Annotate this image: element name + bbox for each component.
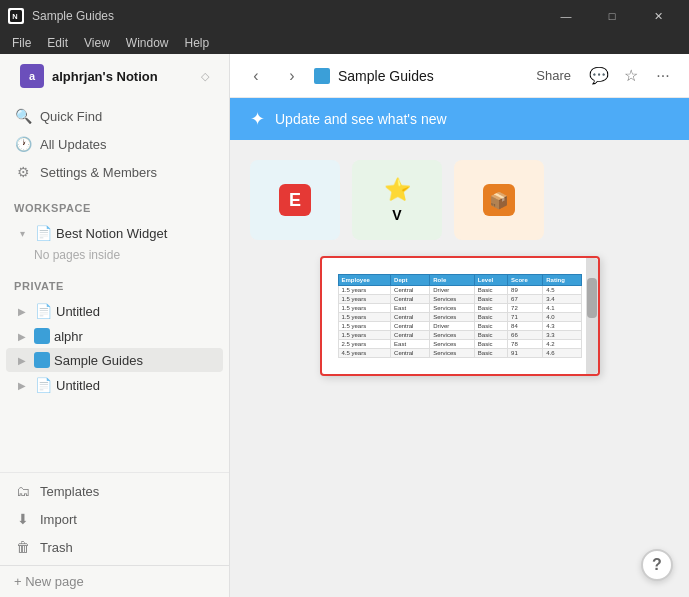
- menu-help[interactable]: Help: [177, 34, 218, 52]
- untitled-2-label: Untitled: [56, 378, 215, 393]
- table-cell: Basic: [474, 313, 507, 322]
- table-cell: Basic: [474, 286, 507, 295]
- new-page-label: + New page: [14, 574, 84, 589]
- content-header: ‹ › Sample Guides Share 💬 ☆ ···: [230, 54, 689, 98]
- help-button[interactable]: ?: [641, 549, 673, 581]
- favorite-button[interactable]: ☆: [617, 62, 645, 90]
- col-score: Score: [508, 275, 543, 286]
- comment-button[interactable]: 💬: [585, 62, 613, 90]
- sidebar-item-templates[interactable]: 🗂 Templates: [6, 477, 223, 505]
- table-cell: Central: [391, 349, 430, 358]
- window-controls: — □ ✕: [543, 0, 681, 32]
- toggle-icon: ▶: [14, 352, 30, 368]
- search-icon: 🔍: [14, 107, 32, 125]
- page-title-area: Sample Guides: [314, 68, 518, 84]
- sidebar-item-quick-find[interactable]: 🔍 Quick Find: [6, 102, 223, 130]
- doc-inner: Employee Dept Role Level Score Rating 1.…: [338, 274, 582, 358]
- table-cell: 78: [508, 340, 543, 349]
- table-cell: Central: [391, 286, 430, 295]
- table-cell: Services: [430, 304, 475, 313]
- new-page-button[interactable]: + New page: [0, 565, 229, 597]
- table-cell: 1.5 years: [338, 295, 391, 304]
- page-icon: [34, 352, 50, 368]
- tile-v[interactable]: ⭐ V: [352, 160, 442, 240]
- sidebar-item-best-notion-widget[interactable]: ▾ 📄 Best Notion Widget: [6, 220, 223, 246]
- content-body: E ⭐ V 📦 Employ: [230, 140, 689, 597]
- table-row: 1.5 yearsCentralServicesBasic663.3: [338, 331, 581, 340]
- scrollbar[interactable]: [586, 258, 598, 374]
- table-cell: 4.3: [543, 322, 581, 331]
- tile-v-label: V: [392, 207, 401, 223]
- table-cell: 2.5 years: [338, 340, 391, 349]
- user-avatar: a: [20, 64, 44, 88]
- table-cell: Central: [391, 313, 430, 322]
- import-label: Import: [40, 512, 77, 527]
- table-cell: 3.3: [543, 331, 581, 340]
- templates-label: Templates: [40, 484, 99, 499]
- table-row: 1.5 yearsCentralDriverBasic894.5: [338, 286, 581, 295]
- workspace-label: WORKSPACE: [0, 190, 229, 218]
- table-cell: 4.2: [543, 340, 581, 349]
- update-banner[interactable]: ✦ Update and see what's new: [230, 98, 689, 140]
- minimize-button[interactable]: —: [543, 0, 589, 32]
- table-cell: 89: [508, 286, 543, 295]
- table-row: 1.5 yearsEastServicesBasic724.1: [338, 304, 581, 313]
- table-cell: 1.5 years: [338, 304, 391, 313]
- table-cell: Services: [430, 295, 475, 304]
- page-icon: [34, 328, 50, 344]
- close-button[interactable]: ✕: [635, 0, 681, 32]
- tile-v-icon: ⭐: [384, 177, 411, 203]
- sidebar-item-alphr[interactable]: ▶ alphr: [6, 324, 223, 348]
- sidebar-item-sample-guides[interactable]: ▶ Sample Guides: [6, 348, 223, 372]
- sidebar-item-all-updates[interactable]: 🕐 All Updates: [6, 130, 223, 158]
- tile-e[interactable]: E: [250, 160, 340, 240]
- sidebar-nav: 🔍 Quick Find 🕐 All Updates ⚙ Settings & …: [0, 98, 229, 190]
- more-button[interactable]: ···: [649, 62, 677, 90]
- untitled-1-label: Untitled: [56, 304, 215, 319]
- import-icon: ⬇: [14, 510, 32, 528]
- col-employee: Employee: [338, 275, 391, 286]
- table-cell: Driver: [430, 322, 475, 331]
- table-cell: 72: [508, 304, 543, 313]
- table-cell: Central: [391, 322, 430, 331]
- tile-c[interactable]: 📦: [454, 160, 544, 240]
- quick-find-label: Quick Find: [40, 109, 102, 124]
- menu-file[interactable]: File: [4, 34, 39, 52]
- table-cell: 71: [508, 313, 543, 322]
- sparkle-icon: ✦: [250, 108, 265, 130]
- sidebar-user[interactable]: a alphrjan's Notion ◇: [6, 58, 223, 94]
- main-layout: a alphrjan's Notion ◇ 🔍 Quick Find 🕐 All…: [0, 54, 689, 597]
- sidebar-item-untitled-2[interactable]: ▶ 📄 Untitled: [6, 372, 223, 398]
- sidebar-item-import[interactable]: ⬇ Import: [6, 505, 223, 533]
- share-button[interactable]: Share: [526, 64, 581, 87]
- settings-label: Settings & Members: [40, 165, 157, 180]
- table-row: 2.5 yearsEastServicesBasic784.2: [338, 340, 581, 349]
- table-row: 1.5 yearsCentralServicesBasic673.4: [338, 295, 581, 304]
- sidebar: a alphrjan's Notion ◇ 🔍 Quick Find 🕐 All…: [0, 54, 230, 597]
- sidebar-item-untitled-1[interactable]: ▶ 📄 Untitled: [6, 298, 223, 324]
- forward-button[interactable]: ›: [278, 62, 306, 90]
- private-tree: ▶ 📄 Untitled ▶ alphr ▶ Sample Guides ▶ 📄…: [0, 296, 229, 400]
- table-cell: 1.5 years: [338, 331, 391, 340]
- sidebar-item-settings[interactable]: ⚙ Settings & Members: [6, 158, 223, 186]
- toggle-icon: ▶: [14, 377, 30, 393]
- col-level: Level: [474, 275, 507, 286]
- menu-edit[interactable]: Edit: [39, 34, 76, 52]
- page-icon: 📄: [34, 224, 52, 242]
- maximize-button[interactable]: □: [589, 0, 635, 32]
- table-cell: 4.0: [543, 313, 581, 322]
- header-actions: Share 💬 ☆ ···: [526, 62, 677, 90]
- menu-window[interactable]: Window: [118, 34, 177, 52]
- table-cell: 1.5 years: [338, 286, 391, 295]
- sidebar-bottom: 🗂 Templates ⬇ Import 🗑 Trash: [0, 472, 229, 565]
- table-cell: Basic: [474, 340, 507, 349]
- table-row: 1.5 yearsCentralServicesBasic714.0: [338, 313, 581, 322]
- back-button[interactable]: ‹: [242, 62, 270, 90]
- menu-view[interactable]: View: [76, 34, 118, 52]
- table-cell: 91: [508, 349, 543, 358]
- sidebar-item-trash[interactable]: 🗑 Trash: [6, 533, 223, 561]
- toggle-icon: ▾: [14, 225, 30, 241]
- table-row: 4.5 yearsCentralServicesBasic914.6: [338, 349, 581, 358]
- workspace-tree: ▾ 📄 Best Notion Widget No pages inside: [0, 218, 229, 268]
- trash-icon: 🗑: [14, 538, 32, 556]
